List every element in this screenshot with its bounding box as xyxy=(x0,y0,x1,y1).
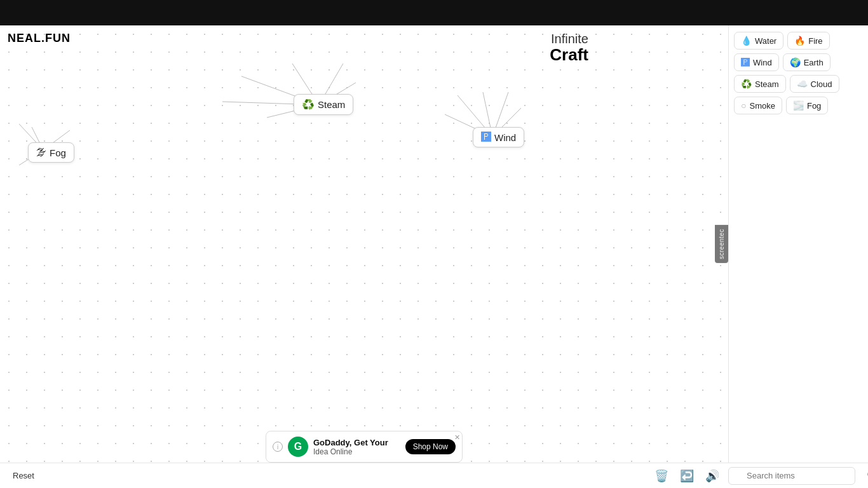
top-bar xyxy=(0,0,868,25)
sidebar-item-water[interactable]: 💧 Water xyxy=(734,32,783,50)
ad-info-icon[interactable]: i xyxy=(273,442,283,452)
sidebar: 💧 Water 🔥 Fire 🅿 Wind 🌍 Earth ♻️ Steam ☁… xyxy=(728,25,868,463)
canvas-area[interactable]: NEAL.FUN Infinite Craft xyxy=(0,25,728,463)
ad-close-button[interactable]: ✕ xyxy=(454,433,460,442)
cloud-icon: ☁️ xyxy=(797,79,808,89)
sidebar-item-cloud[interactable]: ☁️ Cloud xyxy=(790,75,839,93)
fire-label: Fire xyxy=(808,36,822,46)
canvas-element-fog[interactable]: 🌫 Fog xyxy=(28,142,74,163)
fire-icon: 🔥 xyxy=(794,36,805,46)
steam-label: Steam xyxy=(318,99,345,110)
ad-shop-button[interactable]: Shop Now xyxy=(405,439,456,454)
main-area: NEAL.FUN Infinite Craft xyxy=(0,25,868,463)
game-title-line2: Craft xyxy=(550,46,588,64)
sidebar-item-wind[interactable]: 🅿 Wind xyxy=(734,53,779,71)
bottom-bar-left: Reset xyxy=(8,468,39,483)
ad-text: GoDaddy, Get Your Idea Online xyxy=(313,438,400,456)
ad-title: GoDaddy, Get Your xyxy=(313,438,400,447)
sound-button[interactable]: 🔊 xyxy=(703,466,722,485)
wind-sidebar-icon: 🅿 xyxy=(741,57,750,67)
ad-logo: G xyxy=(288,437,308,457)
cloud-label: Cloud xyxy=(811,79,832,89)
steam-icon: ♻️ xyxy=(302,98,315,111)
smoke-label: Smoke xyxy=(749,101,775,111)
connection-lines xyxy=(0,25,728,463)
search-input[interactable] xyxy=(728,467,855,485)
wind-sidebar-label: Wind xyxy=(753,58,772,67)
earth-label: Earth xyxy=(804,58,824,67)
sidebar-item-smoke[interactable]: ○ Smoke xyxy=(734,97,782,114)
fog-icon: 🌫 xyxy=(36,147,46,158)
steam-sidebar-label: Steam xyxy=(755,79,779,89)
trash-button[interactable]: 🗑️ xyxy=(652,466,671,485)
earth-icon: 🌍 xyxy=(790,57,801,67)
fog-sidebar-label: Fog xyxy=(807,101,821,111)
reset-button[interactable]: Reset xyxy=(8,468,39,483)
game-title-line1: Infinite xyxy=(550,32,588,46)
logo[interactable]: NEAL.FUN xyxy=(8,32,71,45)
bottom-right-icons: 🗑️ ↩️ 🔊 xyxy=(652,466,722,485)
undo-button[interactable]: ↩️ xyxy=(677,466,696,485)
sidebar-item-fog[interactable]: 🌫️ Fog xyxy=(786,97,828,114)
sidebar-items: 💧 Water 🔥 Fire 🅿 Wind 🌍 Earth ♻️ Steam ☁… xyxy=(734,32,863,114)
water-label: Water xyxy=(755,36,776,46)
wind-icon: 🅿 xyxy=(481,132,491,143)
fog-label: Fog xyxy=(50,147,66,158)
screentec-side-tab[interactable]: screentec xyxy=(715,225,728,263)
canvas-element-wind[interactable]: 🅿 Wind xyxy=(473,127,524,147)
game-title: Infinite Craft xyxy=(550,32,588,64)
smoke-icon: ○ xyxy=(741,100,746,111)
sidebar-item-earth[interactable]: 🌍 Earth xyxy=(783,53,831,71)
water-icon: 💧 xyxy=(741,36,752,46)
sidebar-item-steam[interactable]: ♻️ Steam xyxy=(734,75,786,93)
ad-subtitle: Idea Online xyxy=(313,447,400,456)
bottom-bar: Reset 🗑️ ↩️ 🔊 🔍 xyxy=(0,463,868,488)
steam-sidebar-icon: ♻️ xyxy=(741,79,752,89)
canvas-element-steam[interactable]: ♻️ Steam xyxy=(294,94,353,115)
fog-sidebar-icon: 🌫️ xyxy=(793,100,804,111)
sidebar-item-fire[interactable]: 🔥 Fire xyxy=(787,32,829,50)
ad-banner: i G GoDaddy, Get Your Idea Online Shop N… xyxy=(266,431,463,463)
wind-label: Wind xyxy=(494,132,516,143)
